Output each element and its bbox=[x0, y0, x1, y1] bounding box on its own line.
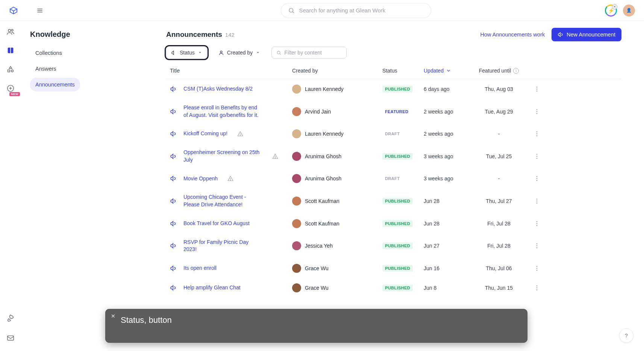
svg-point-43 bbox=[536, 247, 538, 248]
content-filter[interactable] bbox=[271, 47, 347, 59]
svg-point-17 bbox=[536, 109, 538, 110]
announcement-title-link[interactable]: RSVP for Family Picnic Day 2023! bbox=[183, 239, 262, 253]
announcement-title-link[interactable]: Please enroll in Benefits by end of Augu… bbox=[183, 104, 262, 119]
nav-rail: NEW bbox=[0, 21, 21, 351]
announcement-title-link[interactable]: CSM (T)Asks Wednesday 8/2 bbox=[183, 85, 253, 93]
author-avatar bbox=[292, 174, 301, 183]
table-row: Upcoming Chicago Event - Please Drive At… bbox=[166, 188, 621, 213]
app-logo-icon bbox=[9, 6, 18, 15]
announcement-title-link[interactable]: Help amplify Glean Chat bbox=[183, 284, 241, 292]
th-author[interactable]: Created by bbox=[292, 68, 382, 74]
announcement-title-link[interactable]: Upcoming Chicago Event - Please Drive At… bbox=[183, 194, 262, 208]
svg-rect-10 bbox=[8, 336, 14, 340]
status-badge: FEATURED bbox=[382, 108, 411, 115]
announcement-title-link[interactable]: Kickoff Coming up! bbox=[183, 130, 227, 138]
hamburger-icon[interactable] bbox=[36, 7, 44, 14]
svg-point-19 bbox=[536, 113, 538, 114]
status-badge: DRAFT bbox=[382, 175, 402, 182]
svg-point-29 bbox=[536, 158, 538, 159]
announcement-title-link[interactable]: Book Travel for GKO August bbox=[183, 220, 250, 227]
megaphone-icon bbox=[558, 32, 564, 38]
row-menu-button[interactable] bbox=[533, 108, 540, 115]
status-badge: PUBLISHED bbox=[382, 86, 413, 92]
rocket-icon[interactable] bbox=[6, 314, 15, 322]
svg-point-42 bbox=[536, 245, 538, 247]
shapes-icon[interactable] bbox=[6, 65, 15, 74]
spark-badge[interactable]: ⚡ ✕ bbox=[605, 5, 617, 17]
info-icon[interactable]: i bbox=[513, 68, 519, 74]
author-name: Grace Wu bbox=[305, 265, 329, 271]
row-menu-button[interactable] bbox=[533, 220, 540, 227]
author-name: Arunima Ghosh bbox=[305, 153, 341, 159]
global-search-input[interactable] bbox=[299, 7, 424, 14]
th-status[interactable]: Status bbox=[382, 68, 424, 74]
row-menu-button[interactable] bbox=[533, 242, 540, 249]
updated-text: 6 days ago bbox=[424, 86, 450, 92]
svg-point-47 bbox=[536, 285, 538, 286]
svg-point-41 bbox=[536, 244, 538, 245]
row-menu-button[interactable] bbox=[533, 86, 540, 92]
new-announcement-button[interactable]: New Announcement bbox=[552, 28, 621, 41]
status-filter-button[interactable]: Status bbox=[166, 47, 207, 59]
announcement-title-link[interactable]: Its open enroll bbox=[183, 265, 217, 272]
featured-text: Fri, Jul 28 bbox=[487, 221, 510, 227]
close-icon[interactable]: ✕ bbox=[111, 313, 115, 319]
svg-point-32 bbox=[536, 176, 538, 177]
sidebar-item-announcements[interactable]: Announcements bbox=[30, 78, 80, 91]
svg-point-28 bbox=[536, 156, 538, 157]
author-avatar bbox=[292, 197, 301, 206]
author-name: Arvind Jain bbox=[305, 109, 331, 115]
people-icon[interactable] bbox=[6, 28, 15, 36]
svg-point-8 bbox=[11, 70, 14, 72]
megaphone-icon bbox=[170, 220, 177, 227]
megaphone-icon bbox=[170, 130, 177, 137]
sidebar-item-collections[interactable]: Collections bbox=[30, 46, 67, 60]
author-avatar bbox=[292, 241, 301, 250]
th-featured[interactable]: Featured until i bbox=[473, 68, 525, 74]
row-menu-button[interactable] bbox=[533, 175, 540, 182]
row-menu-button[interactable] bbox=[533, 265, 540, 272]
mail-icon[interactable] bbox=[6, 334, 15, 342]
svg-point-22 bbox=[536, 132, 538, 133]
author-name: Scott Kaufman bbox=[305, 198, 339, 204]
svg-point-3 bbox=[289, 8, 293, 12]
updated-text: Jun 28 bbox=[424, 198, 439, 204]
content-filter-input[interactable] bbox=[284, 50, 342, 56]
svg-point-38 bbox=[536, 221, 538, 222]
svg-point-18 bbox=[536, 111, 538, 112]
updated-text: 2 weeks ago bbox=[424, 131, 453, 137]
book-icon[interactable] bbox=[6, 47, 15, 55]
new-button-label: New Announcement bbox=[567, 32, 615, 38]
megaphone-icon bbox=[170, 108, 177, 115]
chat-new-icon[interactable]: NEW bbox=[6, 84, 15, 92]
author-name: Lauren Kennedy bbox=[305, 86, 344, 92]
help-button[interactable]: ? bbox=[619, 328, 633, 343]
th-updated[interactable]: Updated bbox=[424, 68, 473, 74]
row-menu-button[interactable] bbox=[533, 284, 540, 291]
th-title[interactable]: Title bbox=[170, 68, 292, 74]
featured-text: - bbox=[498, 176, 500, 182]
svg-point-35 bbox=[536, 198, 538, 200]
sidebar-item-answers[interactable]: Answers bbox=[30, 62, 62, 76]
global-search[interactable] bbox=[281, 3, 431, 18]
close-icon[interactable]: ✕ bbox=[612, 4, 617, 9]
featured-text: Tue, Jul 25 bbox=[486, 153, 512, 159]
author-name: Jessica Yeh bbox=[305, 243, 333, 249]
megaphone-icon bbox=[170, 175, 177, 182]
svg-point-16 bbox=[536, 91, 538, 92]
svg-point-27 bbox=[536, 154, 538, 155]
row-menu-button[interactable] bbox=[533, 153, 540, 160]
created-by-filter-label: Created by bbox=[227, 50, 253, 56]
row-menu-button[interactable] bbox=[533, 198, 540, 204]
main-content: Announcements 142 How Announcements work… bbox=[160, 21, 644, 351]
row-menu-button[interactable] bbox=[533, 130, 540, 137]
how-it-works-link[interactable]: How Announcements work bbox=[480, 32, 545, 38]
created-by-filter-button[interactable]: Created by bbox=[214, 47, 265, 58]
author-name: Lauren Kennedy bbox=[305, 131, 344, 137]
author-avatar bbox=[292, 152, 301, 161]
table-row: Kickoff Coming up!Lauren KennedyDRAFT2 w… bbox=[166, 124, 621, 144]
user-avatar[interactable]: 👤 bbox=[623, 5, 635, 17]
announcement-title-link[interactable]: Movie Oppenh bbox=[183, 175, 218, 183]
announcement-title-link[interactable]: Oppenheimer Screening on 25th July bbox=[183, 149, 262, 163]
author-name: Grace Wu bbox=[305, 285, 329, 291]
